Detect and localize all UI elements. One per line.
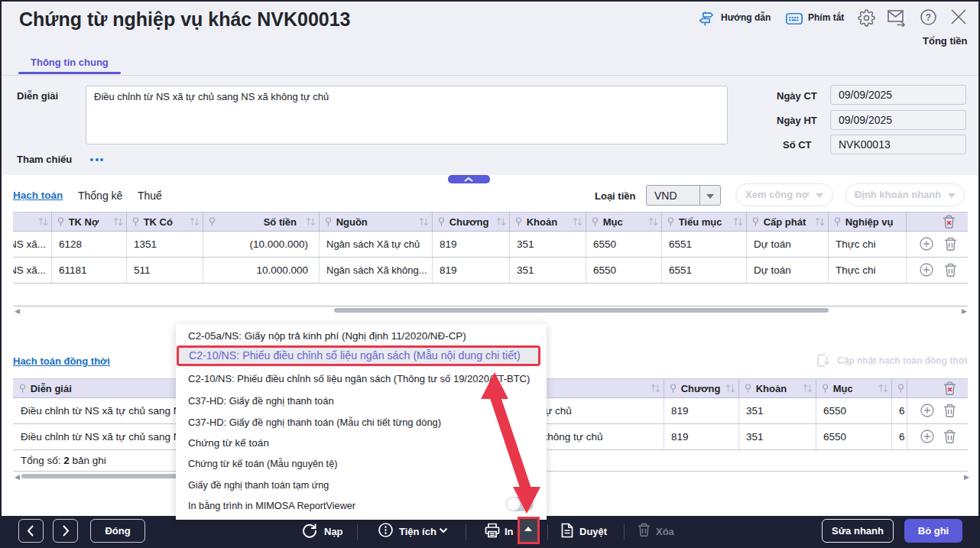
svg-text:?: ? [926, 12, 931, 23]
